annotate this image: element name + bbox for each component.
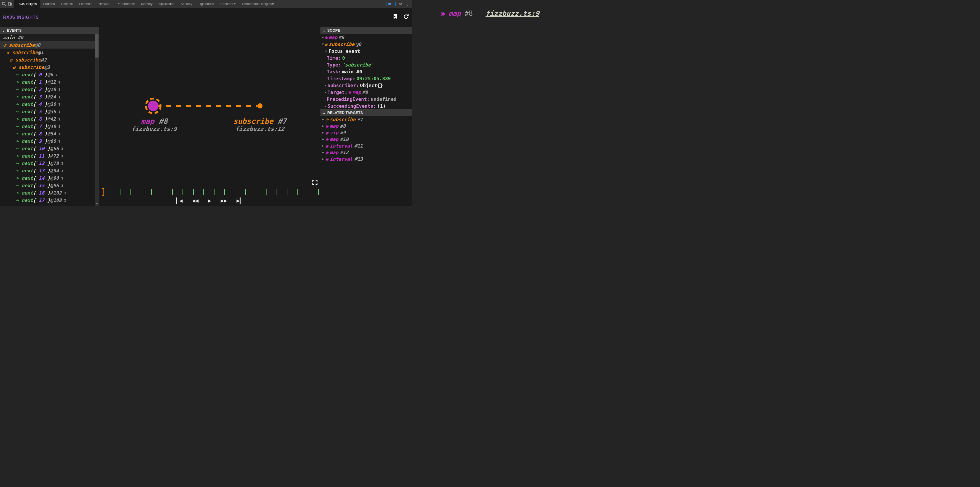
event-subscribe-0[interactable]: ↺ subscribe @0 <box>0 41 99 49</box>
timeline-tick[interactable] <box>298 189 298 195</box>
event-next-42[interactable]: ↷ next { 6 } @42↴ <box>0 115 99 122</box>
graph-canvas[interactable]: map #8 fizzbuzz.ts:9 subscribe #7 fizzbu… <box>99 27 320 206</box>
chevron-down-icon: ⌄ <box>323 111 326 115</box>
devtools-tab-recorder[interactable]: Recorder ⚑ <box>217 0 239 8</box>
timeline-tick[interactable] <box>141 189 141 195</box>
devtools-tab-console[interactable]: Console <box>58 0 76 8</box>
inspect-icon[interactable] <box>2 2 6 6</box>
devtools-tab-network[interactable]: Network <box>95 0 113 8</box>
play-icon[interactable]: ▶ <box>208 197 211 204</box>
scope-panel-header[interactable]: ⌄SCOPE <box>320 27 412 34</box>
focus-event-link[interactable]: »Focus event <box>320 48 412 54</box>
event-next-18[interactable]: ↷ next { 2 } @18↴ <box>0 86 99 93</box>
skip-start-icon[interactable]: ▎◀ <box>176 197 183 204</box>
rewind-icon[interactable]: ◀◀ <box>192 197 198 204</box>
scope-succeeding-row[interactable]: ▶SucceedingEvents: (1) <box>320 102 412 109</box>
timeline-tick[interactable] <box>256 189 256 195</box>
device-toggle-icon[interactable] <box>8 2 12 6</box>
event-next-24[interactable]: ↷ next { 3 } @24↴ <box>0 93 99 100</box>
settings-icon[interactable]: ⚙ <box>398 2 402 6</box>
scope-subscriber-row[interactable]: ▶Subscriber: Object{} <box>320 82 412 89</box>
bookmark-icon[interactable] <box>393 14 398 21</box>
scope-target-row[interactable]: ▶ ◉ map #8 <box>320 34 412 41</box>
event-next-60[interactable]: ↷ next { 9 } @60↴ <box>0 137 99 144</box>
devtools-tab-rxjs-insights[interactable]: RxJS Insights <box>14 0 40 8</box>
devtools-tab-performance-insights[interactable]: Performance insights ⚑ <box>239 0 278 8</box>
fullscreen-icon[interactable] <box>312 179 318 187</box>
graph-node-subscribe[interactable]: subscribe #7 fizzbuzz.ts:12 <box>226 117 294 132</box>
related-subscribe-7[interactable]: ▶◎subscribe#7 <box>320 116 412 123</box>
devtools-tab-performance[interactable]: Performance <box>113 0 138 8</box>
event-next-78[interactable]: ↷ next { 12 } @78↴ <box>0 159 99 167</box>
timeline-tick[interactable] <box>183 189 183 195</box>
timeline-tick[interactable] <box>162 189 162 195</box>
timeline[interactable] <box>101 188 318 196</box>
related-interval-13[interactable]: ▶◉interval#13 <box>320 156 412 162</box>
devtools-tab-lighthouse[interactable]: Lighthouse <box>196 0 217 8</box>
event-next-66[interactable]: ↷ next { 10 } @66↴ <box>0 144 99 152</box>
timeline-tick[interactable] <box>235 189 235 195</box>
event-next-90[interactable]: ↷ next { 14 } @90↴ <box>0 174 99 182</box>
event-next-96[interactable]: ↷ next { 15 } @96↴ <box>0 182 99 189</box>
devtools-tab-sources[interactable]: Sources <box>40 0 58 8</box>
devtools-tab-memory[interactable]: Memory <box>138 0 156 8</box>
timeline-tick[interactable] <box>245 189 246 195</box>
related-map-12[interactable]: ▶◉map#12 <box>320 149 412 156</box>
devtools-tab-security[interactable]: Security <box>178 0 195 8</box>
event-next-48[interactable]: ↷ next { 7 } @48↴ <box>0 122 99 130</box>
timeline-tick[interactable] <box>110 189 110 195</box>
related-interval-11[interactable]: ▶◉interval#11 <box>320 143 412 149</box>
event-next-84[interactable]: ↷ next { 13 } @84↴ <box>0 167 99 174</box>
scope-target-detail-row[interactable]: ▶Target: ◉ map #8 <box>320 89 412 95</box>
event-next-54[interactable]: ↷ next { 8 } @54↴ <box>0 130 99 137</box>
timeline-tick[interactable] <box>308 189 308 195</box>
scrollbar-thumb[interactable] <box>95 34 99 57</box>
event-next-6[interactable]: ↷ next { 0 } @6↴ <box>0 71 99 78</box>
event-next-102[interactable]: ↷ next { 16 } @102↴ <box>0 189 99 197</box>
messages-badge[interactable]: 1 <box>386 2 396 6</box>
svg-rect-2 <box>11 3 12 5</box>
timeline-tick[interactable] <box>287 189 287 195</box>
devtools-tab-application[interactable]: Application <box>156 0 178 8</box>
events-task-main[interactable]: main #0 <box>0 34 99 41</box>
scope-event-row[interactable]: ▼ ↺ subscribe @0 <box>320 41 412 48</box>
event-subscribe-3[interactable]: ↺ subscribe @3 <box>0 63 99 71</box>
related-panel-header[interactable]: ⌄RELATED TARGETS <box>320 109 412 116</box>
event-next-108[interactable]: ↷ next { 17 } @108↴ <box>0 197 99 204</box>
kebab-menu-icon[interactable]: ⋮ <box>405 2 409 6</box>
svg-point-6 <box>257 103 262 108</box>
event-subscribe-2[interactable]: ↺ subscribe @2 <box>0 56 99 63</box>
devtools-tab-elements[interactable]: Elements <box>76 0 95 8</box>
skip-end-icon[interactable]: ▶▎ <box>237 197 243 204</box>
event-next-72[interactable]: ↷ next { 11 } @72↴ <box>0 152 99 159</box>
timeline-tick[interactable] <box>266 189 267 195</box>
expand-icon: ▶ <box>322 36 324 39</box>
graph-node-map[interactable]: map #8 fizzbuzz.ts:9 <box>129 117 179 132</box>
related-map-10[interactable]: ▶◉map#10 <box>320 136 412 143</box>
scroll-down-icon[interactable]: ▼ <box>95 202 99 206</box>
related-map-8[interactable]: ▶◉map#8 <box>320 123 412 129</box>
timeline-tick[interactable] <box>204 189 204 195</box>
timeline-tick[interactable] <box>120 189 121 195</box>
event-next-36[interactable]: ↷ next { 5 } @36↴ <box>0 108 99 115</box>
timeline-tick[interactable] <box>277 189 277 195</box>
event-next-12[interactable]: ↷ next { 1 } @12↴ <box>0 78 99 86</box>
timeline-cursor[interactable] <box>103 188 103 195</box>
refresh-icon[interactable] <box>403 14 409 21</box>
timeline-tick[interactable] <box>130 189 131 195</box>
expand-icon: ▶ <box>325 90 326 94</box>
timeline-tick[interactable] <box>172 189 173 195</box>
timeline-tick[interactable] <box>193 189 194 195</box>
timeline-tick[interactable] <box>224 189 225 195</box>
timeline-tick[interactable] <box>214 189 215 195</box>
scope-task: Task: main #0 <box>320 68 412 75</box>
event-subscribe-1[interactable]: ↺ subscribe @1 <box>0 49 99 56</box>
related-zip-9[interactable]: ▶◉zip#9 <box>320 129 412 136</box>
svg-point-5 <box>148 101 159 111</box>
timeline-tick[interactable] <box>151 189 152 195</box>
events-scrollbar[interactable]: ▼ <box>95 34 99 206</box>
event-next-30[interactable]: ↷ next { 4 } @30↴ <box>0 100 99 108</box>
timeline-tick[interactable] <box>318 189 319 195</box>
events-panel-header[interactable]: ⌄ EVENTS <box>0 27 99 34</box>
fast-forward-icon[interactable]: ▶▶ <box>221 197 227 204</box>
